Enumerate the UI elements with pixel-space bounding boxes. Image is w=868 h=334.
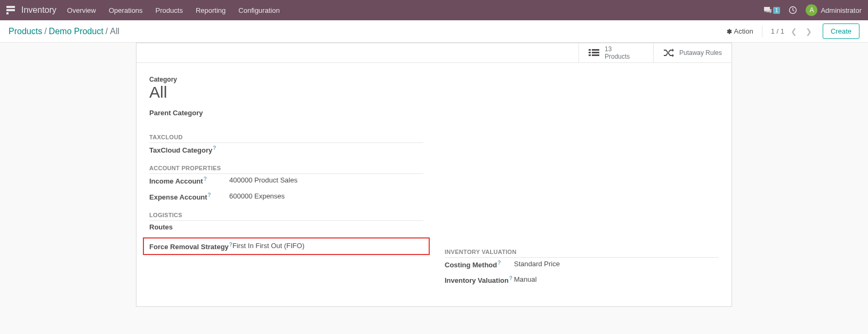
nav-overview[interactable]: Overview bbox=[67, 6, 96, 14]
help-icon[interactable]: ? bbox=[204, 176, 207, 182]
section-account-properties: ACCOUNT PROPERTIES bbox=[149, 165, 423, 174]
activity-icon[interactable] bbox=[789, 6, 797, 14]
costing-method-label: Costing Method? bbox=[445, 260, 514, 269]
avatar: A bbox=[806, 4, 817, 16]
expense-account-value[interactable]: 600000 Expenses bbox=[229, 192, 285, 201]
costing-method-value[interactable]: Standard Price bbox=[514, 260, 560, 269]
crumb-sep: / bbox=[106, 27, 108, 36]
top-navbar: Inventory Overview Operations Products R… bbox=[0, 0, 868, 20]
svg-rect-2 bbox=[592, 49, 599, 51]
inventory-valuation-label: Inventory Valuation? bbox=[445, 275, 514, 284]
taxcloud-category-label: TaxCloud Category? bbox=[149, 145, 229, 154]
nav-operations[interactable]: Operations bbox=[109, 6, 143, 14]
svg-rect-3 bbox=[589, 52, 591, 53]
parent-category-label: Parent Category bbox=[149, 109, 229, 117]
crumb-products[interactable]: Products bbox=[9, 27, 42, 36]
pager-next[interactable]: ❯ bbox=[803, 27, 814, 36]
shuffle-icon bbox=[663, 49, 674, 57]
stat-buttons: 13 Products Putaway Rules bbox=[136, 43, 732, 63]
pager: 1 / 1 ❮ ❯ bbox=[771, 27, 814, 36]
pager-prev[interactable]: ❮ bbox=[789, 27, 799, 36]
help-icon[interactable]: ? bbox=[509, 275, 512, 281]
help-icon[interactable]: ? bbox=[208, 192, 211, 198]
force-removal-strategy-value[interactable]: First In First Out (FIFO) bbox=[232, 242, 304, 251]
force-removal-strategy-label: Force Removal Strategy? bbox=[149, 242, 232, 251]
chat-badge: 1 bbox=[773, 7, 781, 14]
form-sheet: 13 Products Putaway Rules Category All P… bbox=[136, 43, 732, 307]
svg-rect-4 bbox=[592, 52, 599, 53]
section-logistics: LOGISTICS bbox=[149, 212, 423, 221]
divider bbox=[762, 26, 762, 37]
routes-label: Routes bbox=[149, 223, 229, 231]
action-button[interactable]: Action bbox=[726, 27, 753, 35]
stat-products[interactable]: 13 Products bbox=[578, 43, 653, 62]
income-account-label: Income Account? bbox=[149, 176, 229, 185]
stat-products-count: 13 bbox=[605, 45, 630, 53]
nav-configuration[interactable]: Configuration bbox=[238, 6, 279, 14]
inventory-valuation-value[interactable]: Manual bbox=[514, 275, 537, 284]
create-button[interactable]: Create bbox=[823, 23, 859, 39]
stat-products-label: Products bbox=[605, 53, 630, 60]
nav-products[interactable]: Products bbox=[156, 6, 183, 14]
list-icon bbox=[589, 49, 599, 57]
brand[interactable]: Inventory bbox=[21, 5, 57, 15]
gear-icon bbox=[726, 28, 732, 35]
discuss-icon[interactable]: 1 bbox=[763, 6, 781, 14]
control-panel: Products / Demo Product / All Action 1 /… bbox=[0, 20, 868, 43]
user-menu[interactable]: A Administrator bbox=[806, 4, 862, 16]
help-icon[interactable]: ? bbox=[497, 260, 501, 266]
highlighted-field: Force Removal Strategy? First In First O… bbox=[143, 237, 430, 255]
svg-rect-1 bbox=[589, 49, 591, 51]
help-icon[interactable]: ? bbox=[213, 145, 216, 151]
apps-icon[interactable] bbox=[6, 6, 15, 14]
stat-putaway-label: Putaway Rules bbox=[679, 49, 722, 57]
nav-reporting[interactable]: Reporting bbox=[196, 6, 226, 14]
user-name: Administrator bbox=[821, 6, 862, 14]
svg-rect-6 bbox=[592, 54, 599, 56]
category-name[interactable]: All bbox=[149, 83, 719, 101]
nav-items: Overview Operations Products Reporting C… bbox=[67, 6, 280, 14]
section-taxcloud: TAXCLOUD bbox=[149, 134, 423, 143]
category-label: Category bbox=[149, 76, 719, 83]
crumb-current: All bbox=[110, 27, 119, 36]
action-label: Action bbox=[734, 27, 753, 35]
income-account-value[interactable]: 400000 Product Sales bbox=[229, 176, 298, 185]
crumb-sep: / bbox=[44, 27, 46, 36]
breadcrumb: Products / Demo Product / All bbox=[9, 27, 119, 36]
pager-text: 1 / 1 bbox=[771, 27, 784, 35]
crumb-demo-product[interactable]: Demo Product bbox=[49, 27, 103, 36]
stat-putaway[interactable]: Putaway Rules bbox=[653, 43, 732, 62]
section-inventory-valuation: INVENTORY VALUATION bbox=[445, 249, 719, 258]
expense-account-label: Expense Account? bbox=[149, 192, 229, 201]
svg-rect-5 bbox=[589, 54, 591, 56]
